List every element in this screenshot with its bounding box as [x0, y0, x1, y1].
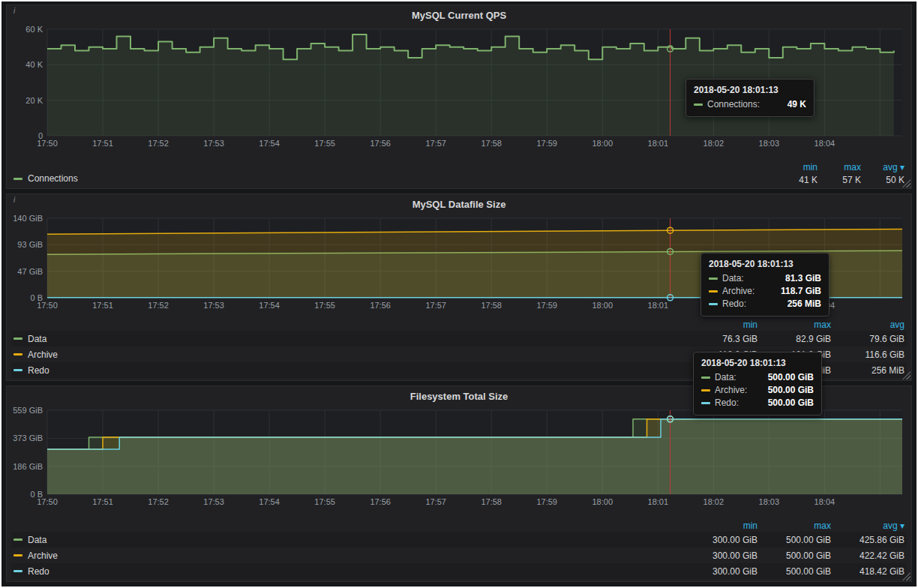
- x-axis-tick-label: 17:59: [536, 301, 557, 310]
- legend-series-label: Data: [28, 332, 46, 346]
- legend-series-toggle-archive[interactable]: Archive: [14, 549, 58, 562]
- x-axis-tick-label: 17:52: [148, 301, 169, 310]
- series-color-dash-icon: [14, 554, 22, 556]
- legend-stat-min: 300.00 GiB: [684, 566, 758, 577]
- series-color-dash-icon: [14, 178, 22, 180]
- tooltip-series-label: Connections:: [707, 98, 760, 111]
- panel-title[interactable]: MySQL Datafile Size: [11, 197, 907, 212]
- x-axis-tick-label: 18:03: [759, 497, 780, 506]
- panel-filesystem-total-size: i Filesystem Total Size 559 GiB373 GiB18…: [6, 386, 912, 582]
- legend-stat-max: 500.00 GiB: [758, 566, 831, 577]
- panel-info-icon[interactable]: i: [9, 195, 20, 206]
- legend-stat-avg: 116.6 GiB: [831, 350, 904, 360]
- hover-tooltip: 2018-05-20 18:01:13Connections:49 K: [686, 79, 814, 117]
- legend-series-label: Redo: [28, 364, 50, 377]
- hover-tooltip: 2018-05-20 18:01:13Data:81.3 GiBArchive:…: [700, 253, 830, 316]
- x-axis-tick-label: 17:53: [203, 301, 224, 310]
- legend-sort-header-max[interactable]: max: [758, 520, 831, 531]
- tooltip-series-value: 500.00 GiB: [758, 371, 814, 384]
- tooltip-series-label: Data:: [722, 272, 744, 285]
- x-axis-tick-label: 18:03: [759, 139, 780, 148]
- series-color-dash-icon: [701, 402, 710, 404]
- tooltip-series-value: 256 MiB: [777, 298, 821, 310]
- filesystem-chart-svg: 559 GiB373 GiB186 GiB0 B17:5017:5117:521…: [11, 404, 908, 509]
- y-axis-tick-label: 373 GiB: [13, 434, 43, 442]
- x-axis-tick-label: 17:57: [425, 497, 446, 506]
- legend: Connectionsminmaxavg ▾41 K57 K50 K: [11, 162, 907, 186]
- x-axis-tick-label: 18:04: [814, 497, 836, 506]
- legend-stat-max: 57 K: [818, 175, 861, 185]
- legend-sort-header-avg[interactable]: avg: [831, 320, 904, 330]
- y-axis-tick-label: 93 GiB: [17, 240, 43, 249]
- x-axis-tick-label: 18:01: [648, 139, 669, 148]
- x-axis-tick-label: 17:54: [259, 301, 280, 310]
- x-axis-tick-label: 17:53: [203, 139, 224, 148]
- legend-series-toggle-archive[interactable]: Archive: [14, 348, 58, 362]
- chart-area: 559 GiB373 GiB186 GiB0 B17:5017:5117:521…: [11, 404, 907, 509]
- x-axis-tick-label: 18:02: [704, 497, 724, 506]
- x-axis-tick-label: 17:54: [259, 497, 280, 506]
- legend-stat-min: 76.3 GiB: [684, 334, 758, 344]
- legend-series-toggle-connections[interactable]: Connections: [14, 172, 78, 185]
- x-axis-tick-label: 17:51: [92, 139, 113, 148]
- tooltip-series-label: Redo:: [715, 397, 739, 410]
- grafana-dashboard: i MySQL Current QPS 60 K40 K20 K017:5017…: [2, 2, 916, 586]
- x-axis-tick-label: 18:04: [814, 139, 836, 148]
- legend-series-label: Archive: [28, 549, 58, 562]
- legend-stat-avg: 425.86 GiB: [831, 535, 904, 545]
- legend-row-data: Data76.3 GiB82.9 GiB79.6 GiB: [11, 331, 907, 346]
- series-color-dash-icon: [14, 570, 22, 572]
- x-axis-tick-label: 17:56: [370, 301, 391, 310]
- panel-mysql-current-qps: i MySQL Current QPS 60 K40 K20 K017:5017…: [6, 4, 912, 189]
- x-axis-tick-label: 17:55: [314, 301, 335, 310]
- legend-sort-header-max[interactable]: max: [818, 162, 861, 172]
- y-axis-tick-label: 47 GiB: [17, 267, 43, 276]
- legend-stat-max: 500.00 GiB: [758, 550, 831, 561]
- series-color-dash-icon: [694, 104, 703, 106]
- series-color-dash-icon: [709, 290, 718, 292]
- legend-stat-min: 300.00 GiB: [684, 550, 758, 561]
- tooltip-series-row: Redo:256 MiB: [709, 298, 821, 310]
- tooltip-series-value: 49 K: [777, 98, 806, 111]
- legend-sort-header-min[interactable]: min: [684, 320, 758, 330]
- y-axis-tick-label: 140 GiB: [13, 214, 43, 223]
- legend-row-redo: Redo300.00 GiB500.00 GiB418.42 GiB: [11, 563, 907, 579]
- tooltip-series-row: Connections:49 K: [694, 98, 806, 111]
- legend-sort-header-min[interactable]: min: [684, 520, 758, 531]
- legend-sort-header-avg[interactable]: avg ▾: [831, 520, 904, 531]
- legend-sort-header-min[interactable]: min: [774, 162, 818, 172]
- panel-title[interactable]: MySQL Current QPS: [11, 8, 907, 23]
- x-axis-tick-label: 17:57: [425, 301, 446, 310]
- panel-info-icon[interactable]: i: [9, 6, 20, 16]
- x-axis-tick-label: 18:00: [592, 497, 613, 506]
- legend-series-toggle-redo[interactable]: Redo: [14, 565, 50, 578]
- x-axis-tick-label: 17:59: [536, 497, 557, 506]
- legend-stat-min: 300.00 GiB: [684, 535, 758, 545]
- legend-series-toggle-data[interactable]: Data: [14, 533, 46, 547]
- x-axis-tick-label: 17:51: [92, 497, 113, 506]
- series-color-dash-icon: [709, 303, 718, 305]
- tooltip-series-label: Archive:: [715, 384, 747, 397]
- y-axis-tick-label: 20 K: [26, 96, 43, 105]
- legend-series-toggle-data[interactable]: Data: [14, 332, 46, 346]
- tooltip-series-value: 118.7 GiB: [770, 285, 821, 298]
- tooltip-series-row: Data:500.00 GiB: [701, 371, 814, 384]
- x-axis-tick-label: 17:53: [203, 497, 224, 506]
- series-color-dash-icon: [14, 353, 22, 356]
- legend-sort-header-max[interactable]: max: [758, 320, 831, 330]
- x-axis-tick-label: 17:50: [37, 139, 58, 148]
- tooltip-series-label: Redo:: [722, 298, 746, 310]
- x-axis-tick-label: 17:55: [314, 139, 335, 148]
- tooltip-series-value: 500.00 GiB: [758, 397, 814, 410]
- legend-stat-max: 500.00 GiB: [758, 535, 831, 545]
- legend-series-toggle-redo[interactable]: Redo: [14, 364, 50, 377]
- legend-stat-avg: 256 MiB: [831, 365, 904, 376]
- x-axis-tick-label: 17:58: [481, 497, 502, 506]
- hover-tooltip: 2018-05-20 18:01:13Data:500.00 GiBArchiv…: [693, 352, 822, 416]
- y-axis-tick-label: 60 K: [26, 25, 43, 34]
- tooltip-timestamp: 2018-05-20 18:01:13: [709, 259, 821, 269]
- legend-header-row: minmaxavg ▾: [11, 519, 907, 532]
- legend-sort-header-avg[interactable]: avg ▾: [861, 162, 904, 172]
- x-axis-tick-label: 17:52: [148, 139, 169, 148]
- legend-series-label: Data: [28, 533, 46, 547]
